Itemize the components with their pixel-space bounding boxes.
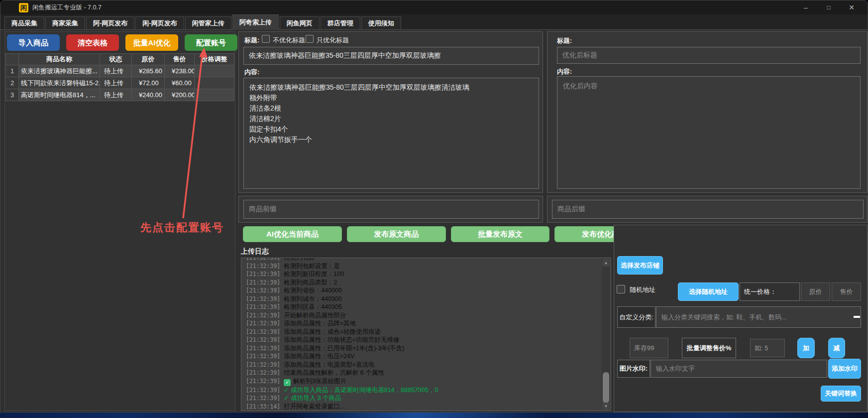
maximize-button[interactable]: □ xyxy=(817,0,840,14)
product-suffix-input[interactable]: 商品后缀 xyxy=(552,200,864,219)
scroll-up-icon[interactable]: ▲ xyxy=(602,259,610,267)
tab-item-9[interactable]: 使用须知 xyxy=(361,16,401,29)
column-header[interactable]: 售价 xyxy=(165,54,195,65)
scroll-down-icon[interactable]: ▼ xyxy=(602,403,610,410)
prefix-box: 商品前缀 xyxy=(238,196,543,223)
table-corner xyxy=(6,54,19,65)
log-entry: [21:32:39]添加商品属性：电源类型=直流电 xyxy=(246,361,594,369)
only-optimize-title-label: 只优化标题 xyxy=(317,36,349,45)
table-cell: ¥238.00 xyxy=(165,65,195,77)
adjust-percent-input[interactable]: 如: 5 xyxy=(750,339,785,357)
log-entry: [21:32:39]添加商品属性：成色=轻微使用痕迹 xyxy=(246,328,594,336)
add-watermark-button[interactable]: 添加水印 xyxy=(828,359,861,379)
table-cell: 待上传 xyxy=(100,77,132,89)
toolbar: 导入商品清空表格批量AI优化配置账号 xyxy=(7,34,237,51)
tab-item-5[interactable]: 闲管家上传 xyxy=(185,16,231,29)
scrollbar-thumb[interactable] xyxy=(603,372,609,403)
batch-ai-optimize-button[interactable]: 批量AI优化 xyxy=(125,34,178,51)
log-entry: [21:32:39]✓ 成功导入商品：高诺斯时间继电器814，88857005，… xyxy=(246,386,594,395)
optimized-editor-panel: 标题: 优化后标题 内容: 优化后内容 xyxy=(547,31,868,193)
table-cell: 待上传 xyxy=(100,89,132,101)
suffix-box: 商品后缀 xyxy=(547,196,868,223)
table-cell: 待上传 xyxy=(100,65,132,77)
column-header[interactable]: 价格调整 xyxy=(195,54,234,65)
publish-settings-panel: 选择发布店铺 随机地址 选择随机地址 统一价格： 原价 售价 自定义分类: 输入… xyxy=(614,225,868,412)
watermark-label: 图片水印: xyxy=(617,360,650,378)
optimized-content-label: 内容: xyxy=(557,67,572,76)
optimized-title-input[interactable]: 优化后标题 xyxy=(557,47,861,64)
tab-item-8[interactable]: 群店管理 xyxy=(321,16,360,29)
product-table[interactable]: 商品名称状态原价售价价格调整 1依来洁擦玻璃神器巨能擦...待上传¥285.60… xyxy=(5,53,234,101)
random-address-checkbox[interactable] xyxy=(617,285,625,293)
check-icon: ✓ xyxy=(284,379,291,386)
tab-bar: 商品采集商家采集阿-网页发布闲-网页发布闲管家上传阿奇索上传闲鱼网页群店管理使用… xyxy=(0,14,868,30)
log-entry: [21:32:39]✓解析到3张原始图片 xyxy=(246,377,594,386)
import-products-button[interactable]: 导入商品 xyxy=(7,34,60,51)
keyword-replace-button[interactable]: 关键词替换 xyxy=(821,386,861,402)
upload-log-console[interactable]: [21:32:39]检测到包邮[21:32:39]检测到包邮设置：是[21:32… xyxy=(241,258,611,411)
clear-table-button[interactable]: 清空表格 xyxy=(66,34,119,51)
app-icon: 闲 xyxy=(19,3,28,12)
stock-input[interactable]: 库存99 xyxy=(630,338,668,358)
app-window: 闲 闲鱼搬运工专业版 - 7.0.7 – □ ✕ 商品采集商家采集阿-网页发布闲… xyxy=(0,0,868,413)
source-title-input[interactable]: 依来洁擦玻璃神器巨能擦35-80三层四层厚中空加厚双层玻璃擦 xyxy=(243,47,539,65)
table-row[interactable]: 3高诺斯时间继电器814，...待上传¥240.00¥200.00 xyxy=(6,89,234,101)
column-header[interactable]: 状态 xyxy=(100,54,132,65)
sale-price-option[interactable]: 售价 xyxy=(832,282,861,301)
watermark-input[interactable]: 输入水印文字 xyxy=(651,360,827,378)
original-price-option[interactable]: 原价 xyxy=(801,282,830,301)
table-cell: 1 xyxy=(6,65,19,77)
tab-item-1[interactable]: 商品采集 xyxy=(4,16,44,29)
table-cell: ¥60.00 xyxy=(165,77,195,89)
optimized-content-textarea[interactable]: 优化后内容 xyxy=(557,76,861,189)
category-search-input[interactable]: 输入分类关键词搜索，如: 鞋、手机、数码... xyxy=(656,306,861,328)
only-optimize-title-checkbox[interactable] xyxy=(306,35,314,43)
select-shop-button[interactable]: 选择发布店铺 xyxy=(617,256,663,275)
column-header[interactable]: 商品名称 xyxy=(19,54,100,65)
tab-item-7[interactable]: 闲鱼网页 xyxy=(280,16,320,29)
log-entry: [21:32:39]检测到省份：440000 xyxy=(246,286,594,295)
select-random-address-button[interactable]: 选择随机地址 xyxy=(678,282,739,301)
log-entry: [21:33:14]打开阿奇索登录窗口... xyxy=(246,403,594,411)
ai-optimize-current-button[interactable]: AI优化当前商品 xyxy=(243,226,342,242)
minus-button[interactable]: 减 xyxy=(828,338,845,358)
app-title: 闲鱼搬运工专业版 - 7.0.7 xyxy=(32,0,102,14)
log-entry: [21:32:39]添加商品属性：已用年限=1年(含)-3年(不含) xyxy=(246,344,594,353)
batch-publish-original-button[interactable]: 批量发布原文 xyxy=(451,226,550,242)
table-cell: 高诺斯时间继电器814，... xyxy=(19,89,100,101)
configure-account-button[interactable]: 配置账号 xyxy=(185,34,237,51)
product-prefix-input[interactable]: 商品前缀 xyxy=(243,200,539,219)
log-entry: [21:32:39]添加商品属性：电压=24V xyxy=(246,352,594,361)
uniform-price-label: 统一价格： xyxy=(740,282,800,301)
tab-item-4[interactable]: 闲-网页发布 xyxy=(135,16,184,29)
log-scrollbar[interactable]: ▲ ▼ xyxy=(602,259,610,411)
close-button[interactable]: ✕ xyxy=(840,0,863,14)
desktop-wallpaper xyxy=(0,413,868,418)
custom-category-label: 自定义分类: xyxy=(617,306,655,328)
table-cell: ¥200.00 xyxy=(165,89,195,101)
tab-item-2[interactable]: 商家采集 xyxy=(45,16,85,29)
publish-original-button[interactable]: 发布原文商品 xyxy=(347,226,446,242)
minimize-button[interactable]: – xyxy=(794,0,817,14)
column-header[interactable]: 原价 xyxy=(132,54,165,65)
table-row[interactable]: 1依来洁擦玻璃神器巨能擦...待上传¥285.60¥238.00 xyxy=(6,65,234,77)
log-entry: [21:32:39]结束商品属性解析，共解析 6 个属性 xyxy=(246,369,594,377)
log-entry: [21:32:39]开始解析商品属性部分 xyxy=(246,311,594,320)
log-entry: [21:32:39]检测到包邮设置：是 xyxy=(246,262,594,271)
table-cell: ¥285.60 xyxy=(132,65,165,77)
tab-item-6[interactable]: 阿奇索上传 xyxy=(232,14,279,30)
tab-item-3[interactable]: 阿-网页发布 xyxy=(86,16,134,29)
source-content-textarea[interactable]: 依来洁擦玻璃神器巨能擦35-80三层四层厚中空加厚双层玻璃擦清洁玻璃 额外附带 … xyxy=(243,78,539,189)
table-row[interactable]: 2线下同款依来洁磐特磁15-2...待上传¥72.00¥60.00 xyxy=(6,77,234,89)
table-cell xyxy=(195,77,234,89)
no-optimize-title-checkbox[interactable] xyxy=(262,35,270,43)
optimized-title-label: 标题: xyxy=(557,36,572,45)
plus-button[interactable]: 加 xyxy=(797,338,815,358)
log-entry: [21:32:39]检测到新旧程度：100 xyxy=(246,270,594,279)
log-entry: [21:32:39]检测到包邮 xyxy=(246,258,594,262)
table-cell xyxy=(195,65,234,77)
source-title-label: 标题: xyxy=(244,36,259,45)
upload-log-label: 上传日志 xyxy=(241,247,269,256)
table-header-row: 商品名称状态原价售价价格调整 xyxy=(6,54,234,65)
table-cell: 依来洁擦玻璃神器巨能擦... xyxy=(19,65,100,77)
